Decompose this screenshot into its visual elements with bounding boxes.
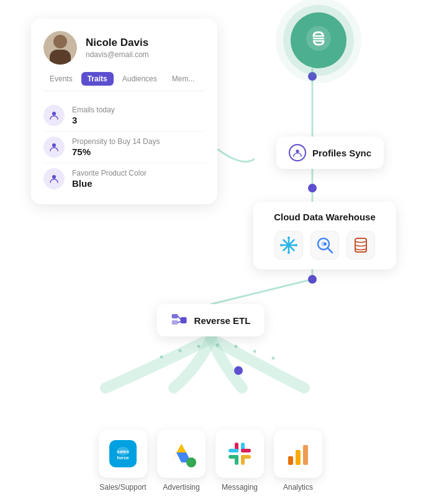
warehouse-title: Cloud Data Warehouse	[266, 212, 384, 222]
svg-rect-43	[229, 449, 238, 452]
metric-propensity: Propensity to Buy 14 Days 75%	[43, 132, 205, 163]
dest-analytics: Analytics	[274, 430, 322, 492]
svg-rect-47	[288, 456, 293, 465]
dest-google-ads: Advertising	[157, 430, 206, 492]
profile-email: ndavis@email.com	[86, 50, 149, 59]
avatar	[43, 31, 77, 65]
svg-line-25	[328, 248, 333, 253]
dest-card-analytics	[274, 430, 322, 478]
dest-card-salesforce: sales force	[99, 430, 147, 478]
metric-icon-emails	[43, 105, 65, 126]
dest-salesforce: sales force Sales/Support	[99, 430, 147, 492]
metric-emails-content: Emails today 3	[72, 106, 115, 125]
dot-4	[234, 366, 243, 375]
svg-rect-49	[303, 445, 308, 465]
dest-slack: Messaging	[215, 430, 264, 492]
profiles-sync-box: Profiles Sync	[276, 137, 384, 169]
bigquery-icon-box	[310, 231, 339, 259]
tab-audiences[interactable]: Audiences	[116, 72, 163, 86]
dest-label-google-ads: Advertising	[163, 483, 199, 492]
tab-traits[interactable]: Traits	[81, 72, 114, 86]
metric-emails: Emails today 3	[43, 100, 205, 132]
dot-1	[308, 72, 317, 81]
reverse-etl-label: Reverse ETL	[194, 315, 251, 326]
dest-card-google-ads	[157, 430, 206, 478]
svg-point-21	[287, 251, 290, 254]
redshift-icon-box	[346, 231, 375, 259]
svg-point-35	[117, 447, 129, 456]
svg-point-7	[216, 344, 219, 347]
svg-point-6	[197, 345, 201, 348]
svg-point-22	[280, 244, 283, 246]
destinations: sales force Sales/Support Advertising	[99, 430, 322, 492]
profile-header: Nicole Davis ndavis@email.com	[43, 31, 205, 65]
dest-label-analytics: Analytics	[283, 483, 313, 492]
reverse-etl-box: Reverse ETL	[157, 304, 265, 336]
analytics-logo	[282, 438, 314, 470]
redshift-icon	[351, 236, 370, 254]
bigquery-icon	[315, 236, 334, 254]
metric-icon-fav-color	[43, 168, 65, 189]
metric-fav-color: Favorite Product Color Blue	[43, 163, 205, 194]
svg-point-13	[52, 175, 56, 179]
metric-icon-propensity	[43, 137, 65, 158]
metric-propensity-value: 75%	[72, 146, 160, 157]
profile-tabs: Events Traits Audiences Mem...	[43, 72, 205, 91]
scene: Nicole Davis ndavis@email.com Events Tra…	[0, 0, 421, 504]
metric-emails-label: Emails today	[72, 106, 115, 114]
svg-point-38	[186, 457, 196, 467]
svg-rect-30	[172, 320, 178, 325]
segment-logo	[304, 24, 333, 57]
profiles-sync-label: Profiles Sync	[312, 148, 371, 158]
snowflake-icon	[279, 236, 298, 254]
svg-rect-46	[241, 455, 251, 459]
metric-propensity-content: Propensity to Buy 14 Days 75%	[72, 137, 160, 157]
dot-2	[308, 184, 317, 192]
svg-point-23	[295, 244, 297, 246]
warehouse-box: Cloud Data Warehouse	[253, 202, 396, 269]
svg-point-15	[296, 150, 299, 153]
salesforce-logo: sales force	[107, 438, 139, 470]
svg-rect-45	[241, 449, 251, 452]
svg-point-12	[52, 143, 56, 147]
svg-point-11	[52, 112, 56, 115]
google-ads-logo	[165, 438, 197, 470]
svg-point-9	[253, 350, 256, 353]
profile-name: Nicole Davis	[86, 37, 149, 49]
svg-rect-31	[181, 317, 187, 323]
svg-point-10	[272, 357, 275, 360]
svg-rect-44	[229, 455, 238, 459]
svg-point-4	[160, 356, 163, 359]
tab-events[interactable]: Events	[43, 72, 79, 86]
metric-emails-value: 3	[72, 115, 115, 125]
metric-propensity-label: Propensity to Buy 14 Days	[72, 137, 160, 146]
dest-label-slack: Messaging	[222, 483, 258, 492]
profiles-sync-icon	[289, 144, 306, 161]
svg-point-20	[287, 236, 290, 239]
snowflake-icon-box	[274, 231, 303, 259]
reverse-etl-icon	[171, 312, 188, 329]
svg-text:force: force	[117, 455, 129, 461]
svg-point-27	[324, 243, 327, 246]
metric-fav-color-content: Favorite Product Color Blue	[72, 169, 147, 189]
profile-info: Nicole Davis ndavis@email.com	[86, 37, 149, 59]
metric-fav-color-value: Blue	[72, 178, 147, 189]
svg-rect-48	[296, 450, 301, 465]
profile-card: Nicole Davis ndavis@email.com Events Tra…	[31, 19, 217, 204]
dot-3	[308, 275, 317, 284]
tab-mem[interactable]: Mem...	[166, 72, 201, 86]
svg-point-8	[235, 345, 238, 348]
metric-fav-color-label: Favorite Product Color	[72, 169, 147, 178]
dest-card-slack	[215, 430, 264, 478]
segment-circle	[291, 12, 346, 68]
dest-label-salesforce: Sales/Support	[99, 483, 146, 492]
slack-logo	[224, 438, 256, 470]
svg-line-3	[211, 279, 312, 304]
svg-point-5	[179, 349, 182, 353]
svg-rect-29	[172, 314, 178, 318]
warehouse-icons	[266, 231, 384, 259]
